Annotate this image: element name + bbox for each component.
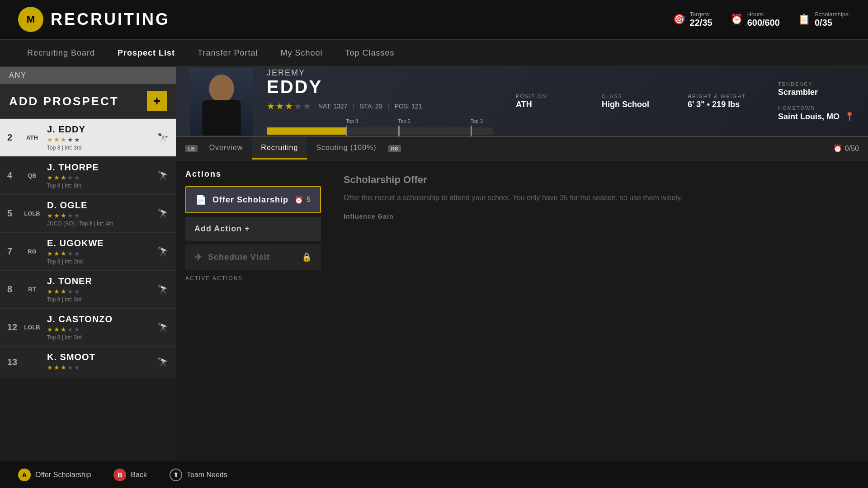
team-logo: M [18,7,43,32]
top5-marker [398,126,400,136]
binoculars-icon: 🔭 [157,357,169,368]
a-button: A [18,469,31,481]
offer-scholarship-bottom-label: Offer Scholarship [35,471,91,479]
actions-title: Actions [185,169,321,179]
lb-badge: LB [185,145,198,152]
tab-recruiting[interactable]: Recruiting [252,137,307,160]
player-last-name: EDDY [267,78,493,96]
page-title: RECRUITING [51,10,170,29]
list-item[interactable]: 2 ATH J. EDDY ★ ★ ★ ★ ★ Top 8 | Int: 3rd… [0,119,176,157]
rb-badge: RB [388,145,401,152]
top3-label: Top 3 [471,118,483,124]
progress-fill [267,127,346,135]
clock-icon: ⏰ [833,144,842,153]
action-cost: ⏰ 5 [294,196,311,204]
binoculars-icon: 🔭 [157,132,169,143]
binoculars-icon: 🔭 [157,284,169,295]
list-item[interactable]: 5 LOLB D. OGLE ★ ★ ★ ★ ★ JUCO (SO) | Top… [0,195,176,233]
player-meta: NAT: 1327 | STA: 20 | POS: 121 [318,103,422,110]
add-prospect-label: ADD PROSPECT [9,94,119,108]
add-prospect-button[interactable]: + [147,91,167,111]
scholarships-icon: 📋 [798,14,810,25]
targets-stat: 🎯 Targets: 22/35 [673,11,712,28]
top5-label: Top 5 [398,118,410,124]
nav-bar: Recruiting Board Prospect List Transfer … [0,40,868,67]
list-item[interactable]: 8 RT J. TONER ★ ★ ★ ★ ★ Top 8 | Int: 3rd… [0,271,176,309]
top-stats: 🎯 Targets: 22/35 ⏰ Hours: 600/600 📋 Scho… [673,11,850,28]
timer-icon: ⏰ [294,196,304,204]
timer-badge: ⏰ 0/50 [833,144,859,153]
binoculars-icon: 🔭 [157,322,169,333]
extra-stats: TENDENCY Scrambler HOMETOWN Saint Louis,… [778,81,854,122]
logo-area: M RECRUITING [18,7,170,32]
binoculars-icon: 🔭 [157,208,169,219]
influence-label: Influence Gain [344,213,850,220]
list-item[interactable]: 7 RG E. UGOKWE ★ ★ ★ ★ ★ Top 8 | Int: 2n… [0,233,176,271]
list-item[interactable]: 12 LOLB J. CASTONZO ★ ★ ★ ★ ★ Top 8 | In… [0,309,176,347]
class-col: CLASS High School [602,94,674,109]
scholarship-desc-title: Scholarship Offer [344,174,850,186]
nav-recruiting-board[interactable]: Recruiting Board [27,48,95,58]
nav-transfer-portal[interactable]: Transfer Portal [198,48,258,58]
up-button: ⬆ [170,469,182,481]
scholarship-icon: 📄 [195,194,207,205]
player-main-info: JEREMY EDDY ★ ★ ★ ★ ★ NAT: 1327 | STA: [267,68,493,135]
scholarships-stat: 📋 Scholarships: 0/35 [798,11,850,28]
progress-track [267,127,493,135]
main-content: ANY ADD PROSPECT + 2 ATH J. EDDY ★ ★ [0,67,868,461]
player-header: JEREMY EDDY ★ ★ ★ ★ ★ NAT: 1327 | STA: [176,67,868,137]
add-action-button[interactable]: Add Action + [185,217,321,241]
player-stats-cols: POSITION ATH CLASS High School HEIGHT & … [516,94,760,109]
bottom-team-needs[interactable]: ⬆ Team Needs [170,469,227,481]
team-needs-label: Team Needs [187,471,227,479]
schedule-visit-label: Schedule Visit [208,253,270,262]
add-prospect-bar: ADD PROSPECT + [0,84,176,119]
location-icon: 📍 [844,112,854,121]
actions-panel: Actions 📄 Offer Scholarship ⏰ 5 Add Acti… [185,169,321,452]
targets-icon: 🎯 [673,14,685,25]
bottom-back[interactable]: B Back [113,469,147,481]
b-button: B [113,469,126,481]
player-portrait [190,68,253,136]
content-area: Actions 📄 Offer Scholarship ⏰ 5 Add Acti… [176,160,868,461]
player-stars: ★ ★ ★ ★ ★ [267,101,311,112]
binoculars-icon: 🔭 [157,246,169,257]
top8-marker [346,126,347,136]
top8-label: Top 8 [346,118,358,124]
filter-bar[interactable]: ANY [0,67,176,84]
left-panel: ANY ADD PROSPECT + 2 ATH J. EDDY ★ ★ [0,67,176,461]
top3-marker [471,126,472,136]
tab-right: ⏰ 0/50 [833,144,859,153]
right-panel: JEREMY EDDY ★ ★ ★ ★ ★ NAT: 1327 | STA: [176,67,868,461]
tendency-col: TENDENCY Scrambler [778,81,854,97]
offer-scholarship-button[interactable]: 📄 Offer Scholarship ⏰ 5 [185,186,321,213]
nav-top-classes[interactable]: Top Classes [345,48,395,58]
prospect-list: 2 ATH J. EDDY ★ ★ ★ ★ ★ Top 8 | Int: 3rd… [0,119,176,461]
hometown-col: HOMETOWN Saint Louis, MO 📍 [778,105,854,122]
bottom-offer-scholarship[interactable]: A Offer Scholarship [18,469,91,481]
scholarship-desc-text: Offer this recruit a scholarship to atte… [344,192,850,204]
binoculars-icon: 🔭 [157,170,169,181]
tab-scouting[interactable]: Scouting (100%) [307,137,385,160]
player-stars-row: ★ ★ ★ ★ ★ NAT: 1327 | STA: 20 | POS: [267,99,493,113]
lock-icon: 🔒 [302,252,312,262]
list-item[interactable]: 4 QB J. THORPE ★ ★ ★ ★ ★ Top 8 | Int: 8t… [0,157,176,195]
active-actions-label: ACTIVE ACTIONS [185,275,321,282]
tabs-bar: LB Overview Recruiting Scouting (100%) R… [176,137,868,160]
top-bar: M RECRUITING 🎯 Targets: 22/35 ⏰ Hours: 6… [0,0,868,40]
nav-prospect-list[interactable]: Prospect List [118,48,175,58]
plane-icon: ✈ [194,252,203,263]
back-label: Back [131,471,147,479]
schedule-visit-button[interactable]: ✈ Schedule Visit 🔒 [185,244,321,270]
tab-overview[interactable]: Overview [200,137,252,160]
hours-stat: ⏰ Hours: 600/600 [731,11,780,28]
offer-scholarship-label: Offer Scholarship [212,195,288,205]
add-action-label: Add Action + [194,224,250,234]
nav-my-school[interactable]: My School [280,48,322,58]
hw-col: HEIGHT & WEIGHT 6' 3" • 219 lbs [688,94,760,109]
bottom-bar: A Offer Scholarship B Back ⬆ Team Needs [0,461,868,488]
hours-icon: ⏰ [731,14,743,25]
scholarship-description: Scholarship Offer Offer this recruit a s… [335,169,859,452]
list-item[interactable]: 13 K. SMOOT ★ ★ ★ ★ ★ 🔭 [0,347,176,378]
position-col: POSITION ATH [516,94,588,109]
